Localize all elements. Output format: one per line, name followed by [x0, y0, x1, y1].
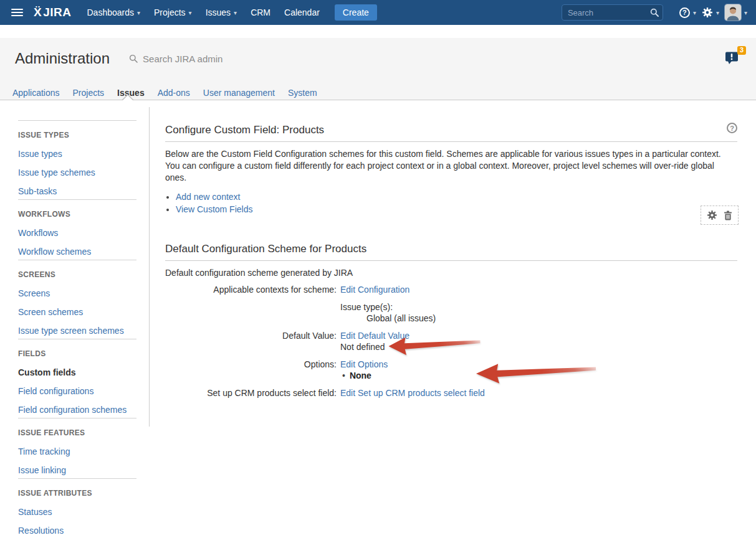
admin-sidebar: ISSUE TYPES Issue types Issue type schem… [0, 100, 149, 535]
divider [165, 260, 737, 261]
notification-icon[interactable]: 3 [724, 50, 741, 67]
sidebar-item-issue-linking[interactable]: Issue linking [18, 466, 149, 475]
jira-logo-text: JIRA [43, 6, 71, 19]
help-menu[interactable]: ? ▾ [679, 7, 696, 18]
edit-crm-select-field-link[interactable]: Edit Set up CRM products select field [340, 388, 485, 398]
scheme-operations-box [701, 206, 739, 225]
active-tab-caret [122, 94, 134, 100]
admin-tabs: Applications Projects Issues Add-ons Use… [0, 88, 756, 98]
description-text: Below are the Custom Field Configuration… [165, 148, 737, 184]
row-label: Set up CRM products select field: [165, 387, 337, 399]
tab-system[interactable]: System [288, 88, 317, 98]
sidebar-item-screens[interactable]: Screens [18, 289, 149, 298]
sidebar-item-statuses[interactable]: Statuses [18, 508, 149, 516]
sidebar-item-custom-fields[interactable]: Custom fields [18, 368, 149, 377]
sidebar-item-issue-type-schemes[interactable]: Issue type schemes [18, 168, 149, 177]
crm-select-field-row: Set up CRM products select field: Edit S… [165, 387, 737, 399]
list-item: View Custom Fields [176, 204, 737, 214]
admin-header: Administration 3 Applications Projects I… [0, 38, 756, 100]
sidebar-item-time-tracking[interactable]: Time tracking [18, 447, 149, 456]
applicable-contexts-row: Applicable contexts for scheme: Edit Con… [165, 284, 737, 324]
search-icon [129, 54, 138, 63]
nav-projects-label: Projects [154, 7, 186, 17]
sidebar-section-issue-types: ISSUE TYPES [18, 131, 149, 139]
sidebar-section-screens: SCREENS [18, 270, 149, 279]
edit-default-value-link[interactable]: Edit Default Value [340, 331, 409, 341]
chevron-down-icon: ▾ [744, 9, 747, 16]
nav-calendar[interactable]: Calendar [277, 7, 327, 17]
main-content: Configure Custom Field: Products ? Below… [165, 100, 737, 535]
navbar-search-input[interactable] [562, 4, 663, 21]
user-menu[interactable]: ▾ [725, 4, 747, 21]
add-new-context-link[interactable]: Add new context [176, 192, 241, 202]
sidebar-item-screen-schemes[interactable]: Screen schemes [18, 308, 149, 316]
sidebar-divider [149, 107, 150, 427]
edit-options-link[interactable]: Edit Options [340, 359, 388, 369]
sidebar-section-workflows: WORKFLOWS [18, 210, 149, 219]
search-icon[interactable] [650, 8, 659, 17]
tab-applications[interactable]: Applications [12, 88, 60, 98]
sidebar-item-field-configurations[interactable]: Field configurations [18, 387, 149, 395]
row-label: Default Value: [165, 330, 337, 352]
nav-issues[interactable]: Issues ▾ [199, 7, 244, 17]
sidebar-item-issue-type-screen-schemes[interactable]: Issue type screen schemes [18, 326, 149, 335]
sidebar-section-issue-attributes: ISSUE ATTRIBUTES [18, 489, 149, 498]
chevron-down-icon: ▾ [693, 9, 696, 16]
tab-add-ons[interactable]: Add-ons [158, 88, 190, 98]
row-label: Applicable contexts for scheme: [165, 284, 337, 324]
navbar-search [562, 4, 663, 21]
divider [18, 260, 136, 260]
admin-search [129, 53, 291, 65]
divider [165, 141, 737, 142]
sidebar-item-issue-types[interactable]: Issue types [18, 149, 149, 158]
view-custom-fields-link[interactable]: View Custom Fields [176, 204, 252, 214]
nav-projects[interactable]: Projects ▾ [147, 7, 199, 17]
sidebar-item-workflow-schemes[interactable]: Workflow schemes [18, 247, 149, 256]
nav-dashboards-label: Dashboards [87, 7, 134, 17]
issue-types-value: Global (all issues) [366, 313, 436, 324]
sidebar-item-workflows[interactable]: Workflows [18, 229, 149, 237]
top-navbar: Ẍ JIRA Dashboards ▾ Projects ▾ Issues ▾ … [0, 0, 756, 25]
sidebar-item-sub-tasks[interactable]: Sub-tasks [18, 187, 149, 196]
nav-dashboards[interactable]: Dashboards ▾ [80, 7, 147, 17]
chevron-down-icon: ▾ [137, 9, 140, 16]
nav-issues-label: Issues [206, 7, 231, 17]
menu-icon[interactable] [11, 9, 23, 16]
gear-icon [702, 7, 713, 18]
jira-logo[interactable]: Ẍ JIRA [34, 6, 71, 19]
gear-icon[interactable] [707, 210, 717, 220]
admin-gear-menu[interactable]: ▾ [702, 7, 719, 18]
default-value-row: Default Value: Edit Default Value Not de… [165, 330, 737, 352]
divider [18, 120, 136, 121]
sidebar-section-fields: FIELDS [18, 349, 149, 358]
trash-icon[interactable] [724, 210, 732, 220]
scheme-title: Default Configuration Scheme for Product… [165, 243, 737, 255]
options-row: Options: Edit Options •None [165, 359, 737, 381]
help-icon[interactable]: ? [727, 123, 737, 133]
admin-search-input[interactable] [141, 53, 291, 65]
default-value-status: Not defined [340, 341, 409, 352]
tab-user-management[interactable]: User management [203, 88, 275, 98]
jira-logo-icon: Ẍ [34, 6, 42, 19]
default-scheme-section: Default Configuration Scheme for Product… [165, 243, 737, 399]
edit-configuration-link[interactable]: Edit Configuration [340, 285, 409, 295]
content-title: Configure Custom Field: Products [165, 124, 324, 136]
chevron-down-icon: ▾ [189, 9, 192, 16]
context-links: Add new context View Custom Fields [165, 192, 737, 214]
sidebar-item-resolutions[interactable]: Resolutions [18, 526, 149, 535]
divider [18, 199, 136, 200]
options-value: •None [340, 370, 388, 381]
notification-badge: 3 [737, 46, 746, 55]
sidebar-item-field-configuration-schemes[interactable]: Field configuration schemes [18, 405, 149, 414]
page-title: Administration [15, 50, 110, 67]
nav-calendar-label: Calendar [284, 7, 320, 17]
row-label: Options: [165, 359, 337, 381]
nav-crm[interactable]: CRM [244, 7, 277, 17]
nav-crm-label: CRM [251, 7, 270, 17]
tab-projects[interactable]: Projects [73, 88, 105, 98]
create-button[interactable]: Create [335, 4, 377, 21]
chevron-down-icon: ▾ [234, 9, 237, 16]
sidebar-section-issue-features: ISSUE FEATURES [18, 428, 149, 437]
chevron-down-icon: ▾ [716, 9, 719, 16]
divider [18, 418, 136, 418]
